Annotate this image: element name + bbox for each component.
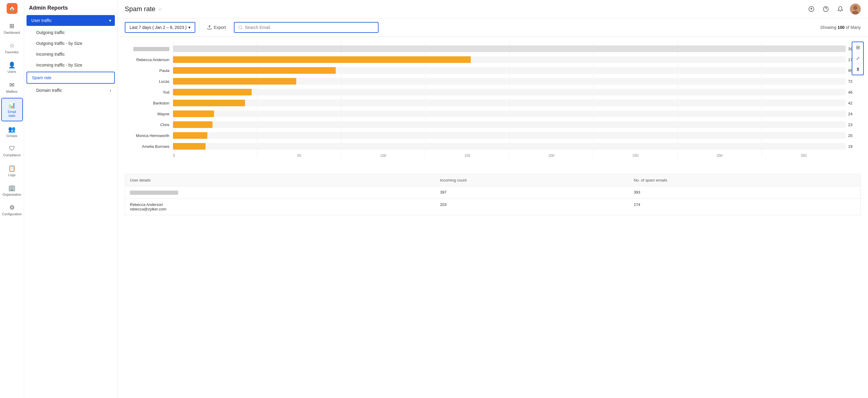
chart-row[interactable]: Chris23 <box>125 120 861 129</box>
chart-row[interactable]: Wayne24 <box>125 109 861 119</box>
sidebar-label-domain-traffic: Domain traffic <box>36 88 62 93</box>
table-row[interactable]: Rebecca Andersonrebecca@zylker.com203174 <box>125 198 861 215</box>
user-name: Rebecca Anderson <box>130 202 430 207</box>
nav-item-logs[interactable]: 📋 Logs <box>1 162 23 180</box>
chart-axis-tick: 50 <box>257 154 341 158</box>
chart-row[interactable]: 393 <box>125 44 861 54</box>
chart-row-value: 23 <box>846 123 861 127</box>
chart-row-bar-area <box>173 132 846 139</box>
sidebar-label-spam-rate: Spam rate <box>32 75 52 80</box>
chart-tool-grid-icon[interactable]: ⊞ <box>852 42 863 53</box>
nav-label-configuration: Configuration <box>2 212 22 216</box>
favorite-star-icon[interactable]: ☆ <box>158 6 162 12</box>
nav-item-favorites[interactable]: ☆ Favorites <box>1 39 23 57</box>
chart-row-label: Bankston <box>125 101 173 105</box>
chart-area: 393Rebecca Anderson174Paula95Lucas72Yod4… <box>118 37 868 398</box>
groups-icon: 👥 <box>8 126 16 133</box>
chart-rows: 393Rebecca Anderson174Paula95Lucas72Yod4… <box>125 44 861 151</box>
chart-axis-tick: 200 <box>509 154 593 158</box>
search-icon <box>238 25 243 30</box>
date-filter-button[interactable]: Last 7 days ( Jan 2 – 8, 2023 ) ▾ <box>125 22 195 33</box>
chart-row[interactable]: Bankston42 <box>125 98 861 108</box>
page-title: Spam rate <box>125 5 156 13</box>
sidebar-item-incoming-traffic-by-size[interactable]: Incoming traffic - by Size <box>24 60 117 70</box>
main-header: Spam rate ☆ <box>118 0 868 19</box>
col-header-incoming-count: Incoming count <box>435 174 629 186</box>
table-cell-user: Rebecca Andersonrebecca@zylker.com <box>125 198 435 215</box>
sidebar-label-outgoing-traffic-by-size: Outgoing traffic - by Size <box>36 41 82 46</box>
sidebar-label-incoming-traffic: Incoming traffic <box>36 52 65 57</box>
table-cell-user <box>125 186 435 199</box>
chart-row-label: Monica Hemsworth <box>125 133 173 138</box>
chart-row[interactable]: Rebecca Anderson174 <box>125 55 861 64</box>
export-label: Export <box>214 25 226 30</box>
sidebar-item-spam-rate[interactable]: Spam rate <box>27 72 115 84</box>
chart-bar <box>173 89 252 95</box>
left-navigation: 🏠 ⊞ Dashboard ☆ Favorites 👤 Users ✉ Mail… <box>0 0 24 398</box>
nav-item-dashboard[interactable]: ⊞ Dashboard <box>1 19 23 38</box>
chart-tool-expand-icon[interactable]: ⤢ <box>852 53 863 64</box>
search-box[interactable] <box>234 22 378 33</box>
chart-row-value: 19 <box>846 144 861 149</box>
bell-icon-btn[interactable] <box>835 4 845 14</box>
sidebar-label-outgoing-traffic: Outgoing traffic <box>36 30 65 35</box>
chart-bar <box>173 100 245 106</box>
user-email: rebecca@zylker.com <box>130 207 430 211</box>
configuration-icon: ⚙ <box>9 204 15 211</box>
table-cell-incoming: 397 <box>435 186 629 199</box>
nav-item-groups[interactable]: 👥 Groups <box>1 123 23 141</box>
sidebar-item-user-traffic[interactable]: User traffic ▾ <box>27 15 115 26</box>
upload-icon-btn[interactable] <box>807 4 816 14</box>
chart-row-label: Yod <box>125 90 173 95</box>
nav-label-email-stats: Email stats <box>4 110 20 118</box>
nav-item-compliance[interactable]: 🛡 Compliance <box>1 142 23 160</box>
table-cell-incoming: 203 <box>435 198 629 215</box>
chart-row-bar-area <box>173 100 846 106</box>
nav-item-mailbox[interactable]: ✉ Mailbox <box>1 78 23 97</box>
organization-icon: 🏢 <box>8 184 16 192</box>
table-cell-spam: 174 <box>629 198 861 215</box>
sidebar-item-outgoing-traffic-by-size[interactable]: Outgoing traffic - by Size <box>24 38 117 49</box>
col-header-user-details: User details <box>125 174 435 186</box>
sidebar-item-outgoing-traffic[interactable]: Outgoing traffic <box>24 27 117 38</box>
main-content: Spam rate ☆ Last 7 days ( Jan 2 – 8, 202… <box>118 0 868 398</box>
chart-axis-tick: 250 <box>593 154 678 158</box>
nav-label-mailbox: Mailbox <box>6 90 18 94</box>
dashboard-icon: ⊞ <box>9 22 14 30</box>
chart-row[interactable]: Amelia Burrows19 <box>125 141 861 151</box>
nav-item-organization[interactable]: 🏢 Organization <box>1 181 23 200</box>
chart-row-value: 46 <box>846 90 861 95</box>
export-button[interactable]: Export <box>203 23 230 32</box>
user-avatar[interactable] <box>850 4 861 14</box>
chart-row-bar-area <box>173 67 846 74</box>
nav-item-users[interactable]: 👤 Users <box>1 58 23 77</box>
chart-row-label: Rebecca Anderson <box>125 58 173 62</box>
nav-label-logs: Logs <box>8 173 16 177</box>
chart-row[interactable]: Lucas72 <box>125 76 861 86</box>
search-input[interactable] <box>245 25 374 30</box>
nav-label-organization: Organization <box>2 193 21 197</box>
table-row[interactable]: 397393 <box>125 186 861 199</box>
chart-row-label: Paula <box>125 68 173 73</box>
chart-row[interactable]: Yod46 <box>125 87 861 97</box>
sidebar-label-incoming-traffic-by-size: Incoming traffic - by Size <box>36 63 82 67</box>
nav-label-groups: Groups <box>6 134 17 138</box>
chart-axis-tick: 350 <box>762 154 846 158</box>
table-body: 397393Rebecca Andersonrebecca@zylker.com… <box>125 186 861 215</box>
chart-row[interactable]: Paula95 <box>125 66 861 75</box>
chart-bar <box>173 110 214 117</box>
nav-item-configuration[interactable]: ⚙ Configuration <box>1 201 23 219</box>
sidebar-item-domain-traffic[interactable]: Domain traffic › <box>24 85 117 96</box>
svg-point-3 <box>853 6 858 10</box>
chart-row-label: Lucas <box>125 79 173 84</box>
nav-item-email-stats[interactable]: 📊 Email stats <box>1 98 23 121</box>
header-actions <box>807 4 861 14</box>
chart-row-bar-area <box>173 45 846 52</box>
chart-row[interactable]: Monica Hemsworth20 <box>125 131 861 140</box>
toolbar: Last 7 days ( Jan 2 – 8, 2023 ) ▾ Export… <box>118 19 868 37</box>
chart-row-bar-area <box>173 143 846 150</box>
chart-tool-share-icon[interactable]: ⬆ <box>852 64 863 75</box>
help-icon-btn[interactable] <box>821 4 831 14</box>
chart-row-value: 24 <box>846 112 861 116</box>
sidebar-item-incoming-traffic[interactable]: Incoming traffic <box>24 49 117 60</box>
